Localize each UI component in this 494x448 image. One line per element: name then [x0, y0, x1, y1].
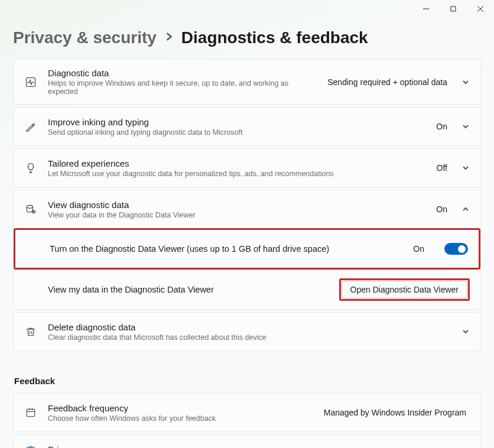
svg-point-6	[27, 205, 32, 208]
card-subtitle: View your data in the Diagnostic Data Vi…	[48, 211, 425, 219]
card-status: Off	[437, 163, 447, 173]
card-title: Improve inking and typing	[48, 117, 425, 127]
card-subtitle: Let Microsoft use your diagnostic data f…	[48, 170, 426, 178]
card-title: View diagnostic data	[48, 200, 425, 210]
chevron-down-icon	[462, 164, 470, 172]
row-turn-on-diagnostic-viewer: Turn on the Diagnostic Data Viewer (uses…	[14, 228, 480, 270]
close-button[interactable]	[467, 0, 494, 18]
heartbeat-icon	[24, 76, 37, 89]
card-subtitle: Choose how often Windows asks for your f…	[48, 414, 313, 423]
calendar-icon	[24, 406, 37, 419]
open-viewer-button-highlight: Open Diagnostic Data Viewer	[339, 278, 470, 301]
diagnostic-viewer-toggle[interactable]	[444, 243, 468, 255]
card-feedback-frequency[interactable]: Feedback frequency Choose how often Wind…	[13, 393, 481, 432]
trash-icon	[24, 325, 37, 338]
svg-rect-10	[27, 409, 34, 417]
card-title: Tailored experiences	[48, 158, 426, 168]
card-privacy-resources: Privacy resources About these settings a…	[13, 434, 481, 448]
toggle-status: On	[413, 244, 424, 254]
svg-line-5	[32, 125, 34, 126]
card-diagnostic-data[interactable]: Diagnostic data Helps to improve Windows…	[13, 59, 481, 105]
open-viewer-label: View my data in the Diagnostic Data View…	[48, 285, 329, 294]
breadcrumb-parent[interactable]: Privacy & security	[13, 28, 157, 47]
card-delete-diagnostic-data[interactable]: Delete diagnostic data Clear diagnostic …	[13, 312, 481, 351]
pen-icon	[24, 120, 37, 133]
chevron-up-icon	[462, 205, 470, 213]
lightbulb-icon	[24, 161, 37, 174]
minimize-button[interactable]	[412, 0, 440, 18]
section-heading-feedback: Feedback	[13, 353, 481, 393]
chevron-down-icon	[462, 78, 470, 86]
card-status: Managed by Windows Insider Program	[324, 408, 466, 417]
chevron-down-icon	[462, 327, 470, 336]
card-title: Diagnostic data	[48, 68, 317, 78]
card-subtitle: Send optional inking and typing diagnost…	[48, 128, 425, 137]
card-title: Delete diagnostic data	[48, 322, 451, 332]
row-open-diagnostic-viewer: View my data in the Diagnostic Data View…	[14, 270, 480, 309]
card-subtitle: Helps to improve Windows and keep it sec…	[48, 79, 317, 96]
shield-icon	[24, 444, 37, 448]
chevron-right-icon	[165, 33, 173, 43]
toggle-label: Turn on the Diagnostic Data Viewer (uses…	[50, 244, 402, 254]
chevron-down-icon	[462, 122, 470, 131]
card-status: Sending required + optional data	[327, 77, 447, 87]
card-title: Feedback frequency	[48, 403, 313, 413]
card-tailored-experiences[interactable]: Tailored experiences Let Microsoft use y…	[13, 148, 481, 187]
page-title: Diagnostics & feedback	[181, 28, 368, 47]
maximize-button[interactable]	[440, 0, 467, 18]
card-title: Privacy resources	[48, 444, 470, 448]
card-header-row[interactable]: View diagnostic data View your data in t…	[14, 190, 480, 228]
open-diagnostic-data-viewer-button[interactable]: Open Diagnostic Data Viewer	[342, 281, 467, 298]
card-inking-typing[interactable]: Improve inking and typing Send optional …	[13, 107, 481, 146]
card-view-diagnostic-data: View diagnostic data View your data in t…	[13, 190, 481, 310]
svg-rect-1	[451, 7, 456, 11]
card-subtitle: Clear diagnostic data that Microsoft has…	[48, 333, 451, 342]
card-status: On	[436, 204, 447, 214]
card-status: On	[436, 122, 447, 131]
data-view-icon	[24, 203, 37, 216]
window-controls	[412, 0, 494, 18]
